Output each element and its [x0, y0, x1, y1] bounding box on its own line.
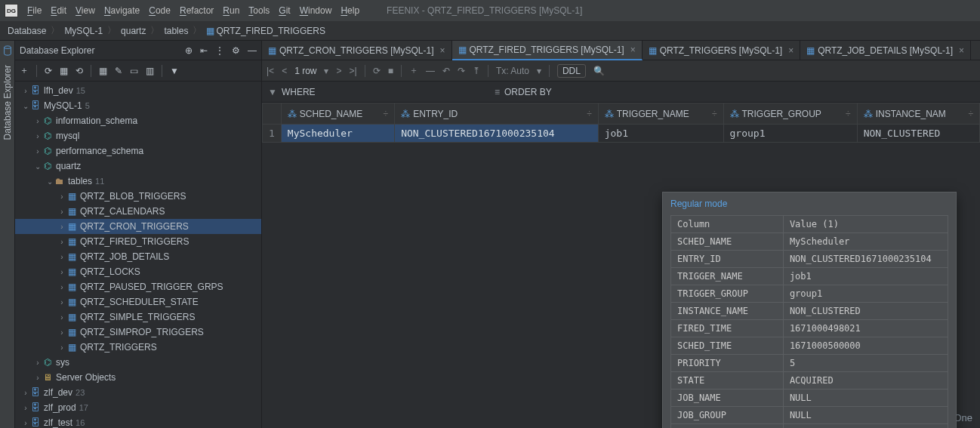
ddl-button[interactable]: DDL: [557, 64, 586, 78]
diagram-icon[interactable]: ▥: [146, 66, 154, 76]
reload-icon[interactable]: ⟳: [373, 66, 381, 76]
close-icon[interactable]: ×: [630, 45, 636, 55]
stop-icon[interactable]: ▦: [60, 66, 68, 76]
tree-qrtz-triggers[interactable]: ›▦QRTZ_TRIGGERS: [15, 340, 261, 355]
tree-information-schema[interactable]: ›⌬information_schema: [15, 113, 261, 128]
tree-qrtz-cron-triggers[interactable]: ›▦QRTZ_CRON_TRIGGERS: [15, 219, 261, 234]
undo-icon[interactable]: ↶: [442, 66, 450, 76]
svg-point-0: [4, 46, 11, 49]
gear-icon[interactable]: ⚙: [232, 45, 240, 56]
tree-qrtz-job-details[interactable]: ›▦QRTZ_JOB_DETAILS: [15, 249, 261, 264]
window-title: FEENIX - QRTZ_FIRED_TRIGGERS [MySQL-1]: [387, 5, 582, 16]
menu-refactor[interactable]: Refactor: [180, 5, 214, 16]
tree-qrtz-calendars[interactable]: ›▦QRTZ_CALENDARS: [15, 204, 261, 219]
first-page-icon[interactable]: |<: [267, 66, 274, 76]
close-icon[interactable]: ×: [788, 45, 794, 56]
gutter-db-explorer[interactable]: Database Explorer: [1, 62, 14, 143]
crumb-1[interactable]: MySQL-1: [64, 26, 103, 36]
chevron-down-icon[interactable]: ▾: [537, 66, 541, 76]
tree-mysql-1[interactable]: ⌄🗄MySQL-15: [15, 98, 261, 113]
menu-navigate[interactable]: Navigate: [104, 5, 140, 16]
menu-run[interactable]: Run: [223, 5, 239, 16]
col-trigger_group[interactable]: ⁂TRIGGER_GROUP÷: [723, 103, 857, 125]
tree-server-objects[interactable]: ›🖥Server Objects: [15, 370, 261, 385]
refresh-icon[interactable]: ⟳: [45, 66, 52, 76]
tree-qrtz-fired-triggers[interactable]: ›▦QRTZ_FIRED_TRIGGERS: [15, 234, 261, 249]
tree-performance-schema[interactable]: ›⌬performance_schema: [15, 143, 261, 159]
col-trigger_name[interactable]: ⁂TRIGGER_NAME÷: [598, 103, 723, 125]
menu-view[interactable]: View: [76, 5, 95, 16]
console-icon[interactable]: ▭: [130, 66, 138, 76]
tree-qrtz-blob-triggers[interactable]: ›▦QRTZ_BLOB_TRIGGERS: [15, 189, 261, 204]
funnel-icon: ▼: [268, 87, 277, 97]
menu-git[interactable]: Git: [279, 5, 290, 16]
menu-file[interactable]: File: [27, 5, 42, 16]
database-tree[interactable]: ›🗄lfh_dev15⌄🗄MySQL-15›⌬information_schem…: [15, 82, 261, 428]
popup-row: PRIORITY5: [671, 355, 948, 372]
search-icon[interactable]: 🔍: [593, 66, 605, 76]
tree-qrtz-simprop-triggers[interactable]: ›▦QRTZ_SIMPROP_TRIGGERS: [15, 325, 261, 340]
tree-zlf-test[interactable]: ›🗄zlf_test16: [15, 415, 261, 428]
sidebar-title: Database Explorer: [20, 45, 94, 56]
editor-tabs: ▦QRTZ_CRON_TRIGGERS [MySQL-1]×▦QRTZ_FIRE…: [262, 41, 980, 60]
last-page-icon[interactable]: >|: [350, 66, 357, 76]
tree-quartz[interactable]: ⌄⌬quartz: [15, 159, 261, 174]
menu-edit[interactable]: Edit: [51, 5, 66, 16]
close-icon[interactable]: ×: [439, 45, 445, 56]
sync-icon[interactable]: ⟲: [76, 66, 83, 76]
add-row-icon[interactable]: ＋: [409, 64, 418, 77]
tab-qrtz_job_details[interactable]: ▦QRTZ_JOB_DETAILS [MySQL-1]×: [800, 41, 971, 60]
tree-qrtz-paused-trigger-grps[interactable]: ›▦QRTZ_PAUSED_TRIGGER_GRPS: [15, 279, 261, 294]
chevron-down-icon[interactable]: ▾: [324, 66, 328, 76]
tree-sys[interactable]: ›⌬sys: [15, 355, 261, 370]
col-sched_name[interactable]: ⁂SCHED_NAME÷: [281, 103, 394, 125]
prev-page-icon[interactable]: <: [282, 66, 287, 76]
commit-icon[interactable]: ⤒: [473, 66, 480, 76]
tree-zlf-prod[interactable]: ›🗄zlf_prod17: [15, 400, 261, 415]
crumb-0[interactable]: Database: [8, 26, 46, 36]
tx-mode[interactable]: Tx: Auto: [496, 66, 529, 76]
add-icon[interactable]: ＋: [20, 64, 29, 77]
tree-tables[interactable]: ⌄🖿tables11: [15, 174, 261, 189]
close-icon[interactable]: ×: [959, 45, 964, 56]
tab-qrtz_triggers[interactable]: ▦QRTZ_TRIGGERS [MySQL-1]×: [643, 41, 800, 60]
menu-code[interactable]: Code: [149, 5, 171, 16]
grid-toolbar: |< < 1 row ▾ > >| ⟳ ■ ＋ — ↶ ↷ ⤒ Tx: Auto…: [262, 60, 980, 82]
redo-icon[interactable]: ↷: [458, 66, 465, 76]
col-instance_nam[interactable]: ⁂INSTANCE_NAM÷: [857, 103, 979, 125]
popup-row: SCHED_NAMEMyScheduler: [671, 233, 948, 251]
where-filter[interactable]: ▼ WHERE: [262, 82, 488, 102]
tree-lfh-dev[interactable]: ›🗄lfh_dev15: [15, 83, 261, 98]
menu-window[interactable]: Window: [300, 5, 332, 16]
col-entry_id[interactable]: ⁂ENTRY_ID÷: [395, 103, 599, 125]
orderby-filter[interactable]: ≡ ORDER BY: [488, 82, 980, 102]
crumb-4[interactable]: ▦QRTZ_FIRED_TRIGGERS: [206, 26, 325, 36]
popup-row: ENTRY_IDNON_CLUSTERED1671000235104: [671, 251, 948, 268]
main-menubar: DG FileEditViewNavigateCodeRefactorRunTo…: [0, 0, 980, 21]
crumb-3[interactable]: tables: [164, 26, 188, 36]
tree-qrtz-simple-triggers[interactable]: ›▦QRTZ_SIMPLE_TRIGGERS: [15, 309, 261, 325]
tree-mysql[interactable]: ›⌬mysql: [15, 128, 261, 143]
target-icon[interactable]: ⊕: [185, 45, 193, 56]
table-row[interactable]: 1MySchedulerNON_CLUSTERED1671000235104jo…: [263, 125, 980, 143]
crumb-2[interactable]: quartz: [121, 26, 146, 36]
tree-qrtz-scheduler-state[interactable]: ›▦QRTZ_SCHEDULER_STATE: [15, 294, 261, 309]
more-icon[interactable]: ⋮: [215, 45, 224, 56]
stop-icon[interactable]: ■: [388, 66, 393, 76]
edit-icon[interactable]: ✎: [115, 66, 122, 76]
collapse-icon[interactable]: ⇤: [200, 45, 208, 56]
tree-qrtz-locks[interactable]: ›▦QRTZ_LOCKS: [15, 264, 261, 279]
left-gutter: Database Explorer: [0, 41, 15, 428]
tab-qrtz_cron_triggers[interactable]: ▦QRTZ_CRON_TRIGGERS [MySQL-1]×: [262, 41, 452, 60]
breadcrumbs: Database〉MySQL-1〉quartz〉tables〉▦QRTZ_FIR…: [0, 21, 980, 41]
tree-zlf-dev[interactable]: ›🗄zlf_dev23: [15, 385, 261, 400]
hide-icon[interactable]: —: [248, 45, 257, 56]
remove-row-icon[interactable]: —: [426, 66, 435, 76]
next-page-icon[interactable]: >: [336, 66, 341, 76]
table-icon[interactable]: ▦: [99, 66, 107, 76]
filter-icon[interactable]: ▼: [170, 66, 179, 76]
menu-tools[interactable]: Tools: [248, 5, 270, 16]
menu-help[interactable]: Help: [341, 5, 359, 16]
popup-row: INSTANCE_NAMENON_CLUSTERED: [671, 303, 948, 320]
tab-qrtz_fired_triggers[interactable]: ▦QRTZ_FIRED_TRIGGERS [MySQL-1]×: [452, 41, 643, 60]
